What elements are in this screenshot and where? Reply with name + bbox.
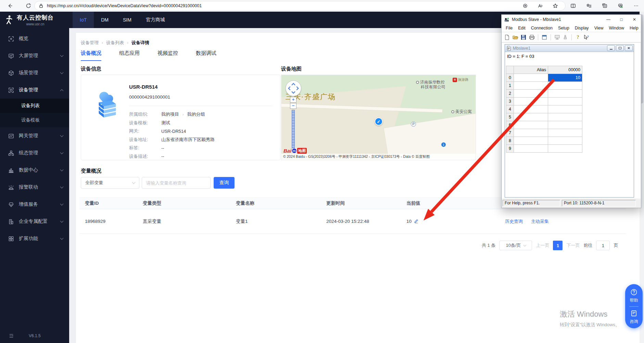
sidebar-item-scene[interactable]: 场景管理 <box>0 64 69 81</box>
breadcrumb-device-mgmt[interactable]: 设备管理 <box>81 40 99 46</box>
tab-device-overview[interactable]: 设备概况 <box>81 50 101 61</box>
grid-row[interactable]: 4 <box>506 105 582 113</box>
tab-data-debug[interactable]: 数据调试 <box>196 50 216 61</box>
history-query-link[interactable]: 历史查询 <box>505 218 523 225</box>
grid-row[interactable]: 3 <box>506 98 582 105</box>
breadcrumb-device-list[interactable]: 设备列表 <box>106 40 124 46</box>
modbus-title-bar[interactable]: Modbus Slave - Mbslave1 — □ ✕ <box>502 15 641 24</box>
pan-down-icon[interactable] <box>291 90 295 93</box>
zoom-out-button[interactable]: − <box>290 103 296 109</box>
grid-row[interactable]: 7 <box>506 129 582 137</box>
current-page-button[interactable]: 1 <box>553 241 563 250</box>
grid-row[interactable]: 8 <box>506 137 582 145</box>
collapse-icon[interactable] <box>9 333 14 338</box>
more-menu-icon[interactable] <box>631 1 641 11</box>
zoom-slider[interactable] <box>292 110 295 148</box>
mbslave1-child-window[interactable]: Mbslave1 ✕ ID = 1: F = 03 Alias 00000 01… <box>505 44 634 198</box>
context-help-icon[interactable]: ? <box>583 34 589 40</box>
cell-updated-time: 2024-03-20 15:22:48 <box>326 219 406 224</box>
print-icon[interactable] <box>529 34 535 40</box>
minimize-button[interactable]: — <box>602 15 615 24</box>
child-title-bar[interactable]: Mbslave1 ✕ <box>505 45 634 52</box>
collections-icon[interactable] <box>584 1 594 11</box>
new-file-icon[interactable] <box>504 34 510 40</box>
sidebar-item-extend[interactable]: 扩展功能 <box>0 230 69 247</box>
brand[interactable]: 有人云控制台 www.usr.cn <box>0 12 69 28</box>
open-file-icon[interactable] <box>512 34 518 40</box>
grid-row[interactable]: 2 <box>506 90 582 98</box>
sidebar-item-device-template[interactable]: 设备模板 <box>0 113 69 127</box>
read-aloud-icon[interactable] <box>535 1 545 11</box>
browser-essentials-icon[interactable] <box>615 1 626 11</box>
split-screen-icon[interactable] <box>568 1 578 11</box>
goto-page-input[interactable] <box>596 241 610 250</box>
maximize-button[interactable]: □ <box>615 15 628 24</box>
map-pan-control[interactable] <box>286 80 301 96</box>
connection-up-icon[interactable] <box>554 34 560 40</box>
zoom-in-button[interactable]: + <box>290 97 296 103</box>
edit-value-icon[interactable] <box>414 218 419 224</box>
url-text[interactable]: https://mp.usr.cn/#/cloud/device/ViewDev… <box>47 3 520 8</box>
help-label[interactable]: 帮助 <box>630 297 638 303</box>
map-device-marker[interactable]: ✓ <box>375 117 383 126</box>
sidebar-item-enterprise[interactable]: 企业专属配置 <box>0 213 69 230</box>
menu-help[interactable]: Help <box>627 26 641 30</box>
variable-type-select[interactable]: 全部变量 <box>81 177 139 189</box>
grid-row[interactable]: 9 <box>506 145 582 153</box>
refresh-icon[interactable] <box>23 1 34 11</box>
connection-down-icon[interactable] <box>562 34 568 40</box>
grid-row[interactable]: 5 <box>506 113 582 121</box>
tab-scada-app[interactable]: 组态应用 <box>119 50 140 61</box>
sidebar-item-gateway[interactable]: 网关管理 <box>0 127 69 144</box>
address-bar[interactable]: https://mp.usr.cn/#/cloud/device/ViewDev… <box>34 1 566 11</box>
menu-display[interactable]: Display <box>572 26 592 30</box>
sidebar-item-screen[interactable]: 大屏管理 <box>0 47 69 64</box>
sidebar-item-device[interactable]: 设备管理 <box>0 81 69 99</box>
menu-edit[interactable]: Edit <box>515 26 528 30</box>
consult-label[interactable]: 咨询 <box>630 319 638 325</box>
grid-row[interactable]: 010 <box>506 74 582 82</box>
sidebar-item-vas[interactable]: 增值服务 <box>0 196 69 213</box>
nav-tab-iot[interactable]: IoT <box>73 12 94 28</box>
menu-setup[interactable]: Setup <box>555 26 572 30</box>
child-restore-button[interactable] <box>616 45 624 51</box>
pan-right-icon[interactable] <box>295 86 299 90</box>
sidebar-item-datacenter[interactable]: 数据中心 <box>0 162 69 179</box>
favorite-star-icon[interactable] <box>550 1 560 11</box>
back-icon[interactable] <box>5 1 15 11</box>
sidebar-item-scada[interactable]: 组态管理 <box>0 144 69 162</box>
close-button[interactable]: ✕ <box>628 15 641 24</box>
tab-video-monitor[interactable]: 视频监控 <box>157 50 178 61</box>
site-permissions-icon[interactable] <box>520 1 530 11</box>
prev-page-button[interactable]: 上一页 <box>536 242 549 249</box>
next-page-button[interactable]: 下一页 <box>566 242 580 249</box>
grid-row[interactable]: 6 <box>506 121 582 129</box>
menu-file[interactable]: File <box>503 26 515 30</box>
query-button[interactable]: 查询 <box>214 177 235 189</box>
sidebar-item-alarm[interactable]: 报警联动 <box>0 179 69 196</box>
page-size-select[interactable]: 10条/页 <box>499 241 532 250</box>
about-help-icon[interactable]: ? <box>575 34 581 40</box>
save-icon[interactable] <box>520 34 527 40</box>
nav-tab-sim[interactable]: SIM <box>116 12 139 28</box>
menu-window[interactable]: Window <box>606 26 627 30</box>
pan-left-icon[interactable] <box>288 86 292 90</box>
variable-search-input[interactable] <box>142 177 211 189</box>
child-close-button[interactable]: ✕ <box>625 45 633 51</box>
active-collect-link[interactable]: 主动采集 <box>531 218 549 225</box>
pan-up-icon[interactable] <box>291 83 295 87</box>
tabs-plus-icon[interactable] <box>599 1 610 11</box>
modbus-register-grid[interactable]: Alias 00000 010 1 2 3 4 5 6 7 8 9 <box>506 66 582 153</box>
device-map[interactable]: 三庆·齐盛广场 济南振华数控 科技有限公司 美安公寓 ※ 旅游路 P i ✓ <box>281 75 476 160</box>
sidebar-item-overview[interactable]: 概览 <box>0 30 69 47</box>
menu-view[interactable]: View <box>592 26 606 30</box>
menu-connection[interactable]: Connection <box>528 26 555 30</box>
child-minimize-button[interactable] <box>607 45 615 51</box>
display-settings-icon[interactable] <box>541 34 547 40</box>
nav-tab-mall[interactable]: 官方商城 <box>139 12 172 28</box>
sidebar-item-device-list[interactable]: 设备列表 <box>0 99 69 113</box>
nav-tab-dm[interactable]: DM <box>94 12 116 28</box>
floating-help-panel[interactable]: 帮助 咨询 <box>625 284 643 328</box>
grid-row[interactable]: 1 <box>506 82 582 90</box>
modbus-slave-window[interactable]: Modbus Slave - Mbslave1 — □ ✕ File Edit … <box>501 14 641 208</box>
